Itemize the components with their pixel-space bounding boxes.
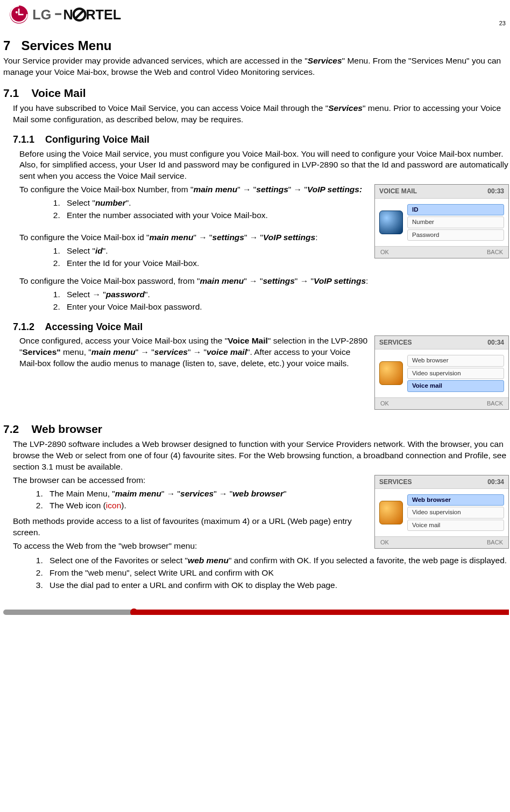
page-number: 23 (499, 19, 506, 27)
list-item: Voice mail (407, 520, 504, 531)
p-7-1-1-intro: Before using the Voice Mail service, you… (19, 149, 509, 183)
softkey-ok: OK (380, 400, 389, 408)
heading-num: 7 (3, 38, 10, 53)
brand-logo: LG N RTEL (3, 3, 159, 26)
web-icon-placeholder: icon (106, 501, 121, 510)
list-item: Select → "password". (62, 289, 509, 300)
heading-7-1: 7.1 Voice Mail (3, 86, 509, 101)
fig-time: 00:33 (487, 187, 504, 195)
list-item: From the "web menu", select Write URL an… (45, 568, 509, 579)
footer-decoration (3, 610, 509, 615)
softkey-back: BACK (487, 538, 503, 547)
p-7-1: If you have subscribed to Voice Mail Ser… (13, 103, 509, 125)
list-item: Web browser (407, 494, 504, 506)
screenshot-services-webbrowser: SERVICES 00:34 Web browser Video supervi… (374, 475, 509, 549)
softkey-ok: OK (380, 538, 389, 547)
heading-title: Services Menu (21, 38, 111, 53)
cfg-pw-steps: Select → "password". Enter your Voice Ma… (3, 289, 509, 313)
softkey-back: BACK (487, 400, 503, 408)
list-item: Password (407, 229, 504, 241)
svg-text:RTEL: RTEL (86, 7, 121, 22)
list-item: Enter your Voice Mail-box password. (62, 302, 509, 313)
list-item: Enter the Id for your Voice Mail-box. (62, 258, 509, 269)
services-icon (379, 361, 403, 385)
voicemail-icon (379, 211, 403, 234)
screenshot-services-voicemail: SERVICES 00:34 Web browser Video supervi… (374, 335, 509, 410)
heading-7-1-2: 7.1.2 Accessing Voice Mail (13, 320, 509, 333)
fig-title: SERVICES (379, 478, 412, 486)
web-access-steps: Select one of the Favorites or select "w… (3, 555, 509, 591)
list-item: Voice mail (407, 380, 504, 392)
svg-point-1 (16, 11, 18, 13)
intro-paragraph: Your Service provider may provide advanc… (3, 55, 509, 78)
list-item: Use the dial pad to enter a URL and conf… (45, 580, 509, 591)
fig-list: Web browser Video supervision Voice mail (407, 354, 504, 393)
page-header: LG N RTEL 23 (3, 3, 509, 27)
cfg-pw-lead: To configure the Voice Mail-box password… (19, 276, 509, 287)
svg-text:N: N (63, 7, 73, 22)
services-icon (379, 501, 403, 524)
p-7-2-intro: The LVP-2890 software includes a Web bro… (13, 439, 509, 473)
softkey-back: BACK (487, 248, 503, 256)
heading-7-2: 7.2 Web browser (3, 422, 509, 437)
svg-text:LG: LG (32, 7, 51, 22)
fig-list: ID Number Password (407, 203, 504, 242)
list-item: Select one of the Favorites or select "w… (45, 555, 509, 566)
fig-time: 00:34 (487, 338, 504, 347)
heading-7-1-1: 7.1.1 Configuring Voice Mail (13, 133, 509, 146)
fig-list: Web browser Video supervision Voice mail (407, 493, 504, 533)
list-item: ID (407, 204, 504, 216)
screenshot-voice-mail: VOICE MAIL 00:33 ID Number Password OK B… (374, 184, 509, 258)
list-item: Video supervision (407, 368, 504, 380)
list-item: Video supervision (407, 507, 504, 519)
list-item: Number (407, 216, 504, 228)
svg-rect-3 (55, 13, 61, 15)
fig-title: SERVICES (379, 338, 412, 347)
fig-title: VOICE MAIL (379, 187, 417, 195)
list-item: Web browser (407, 355, 504, 367)
softkey-ok: OK (380, 248, 389, 256)
heading-7: 7 Services Menu (3, 37, 509, 54)
fig-time: 00:34 (487, 478, 504, 486)
